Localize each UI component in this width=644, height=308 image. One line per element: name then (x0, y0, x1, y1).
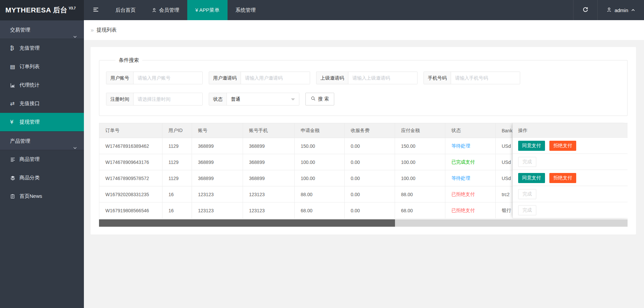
sidebar-item-2[interactable]: ₿充值管理 (0, 39, 84, 57)
sidebar-item-6[interactable]: ¥提现管理 (0, 113, 84, 131)
nav-item-label: ¥ APP菜单 (195, 7, 219, 13)
cell: W174678909578572 (99, 170, 162, 186)
breadcrumb-chevrons-icon: » (91, 27, 94, 34)
status-filter-group: 状态 普通 (209, 93, 299, 105)
sidebar-item-9[interactable]: 商品分类 (0, 169, 84, 187)
cell: 123123 (243, 203, 295, 219)
main-content: » 提现列表 条件搜索 用户账号用户邀请码上级邀请码手机号码 注册时间 状态 普… (84, 20, 644, 308)
user-icon (152, 8, 157, 13)
sidebar-item-4[interactable]: 代理统计 (0, 76, 84, 94)
horizontal-scrollbar-track[interactable] (99, 219, 628, 227)
field-input-4[interactable] (451, 72, 520, 84)
nav-item-2[interactable]: 会员管理 (144, 0, 187, 20)
sidebar-section-7[interactable]: 产品管理 (0, 131, 84, 150)
search-row-2: 注册时间 状态 普通 搜 索 (106, 93, 621, 105)
cell: 150.00 (395, 138, 445, 154)
cell: 0.00 (345, 186, 395, 203)
cell: 68.00 (395, 203, 445, 219)
cell: 0.00 (345, 138, 395, 154)
menu-toggle-button[interactable] (84, 0, 107, 20)
sidebar: 交易管理₿充值管理▤订单列表代理统计⇄充值接口¥提现管理产品管理商品管理商品分类… (0, 20, 84, 308)
search-button[interactable]: 搜 索 (305, 93, 334, 105)
cell: 0.00 (345, 170, 395, 186)
column-header-2: 用户ID (162, 123, 192, 138)
chevron-up-icon (631, 8, 635, 13)
field-input-1[interactable] (134, 72, 202, 84)
sidebar-item-label: 充值管理 (19, 45, 40, 51)
done-button: 完成 (518, 205, 536, 215)
nav-item-label: 会员管理 (159, 7, 179, 13)
nav-item-1[interactable]: 后台首页 (107, 0, 144, 20)
news-icon (10, 194, 17, 199)
user-name: admin (614, 7, 628, 13)
column-header-4: 账号手机 (243, 123, 295, 138)
field-label: 用户账号 (106, 72, 134, 84)
cell: 368899 (192, 170, 243, 186)
field-input-2[interactable] (241, 72, 310, 84)
cell: 68.00 (295, 203, 345, 219)
app-title: MYTHERESA 后台 (5, 5, 67, 15)
cell-status: 等待处理 (445, 170, 496, 186)
reject-button[interactable]: 拒绝支付 (549, 141, 576, 151)
status-badge: 等待处理 (451, 175, 470, 181)
search-field-group-2: 用户邀请码 (209, 72, 310, 84)
field-input-5[interactable] (134, 93, 202, 105)
withdraw-table: 订单号用户ID账号账号手机申请金额收服务费应付金额状态Bank W1746789… (99, 123, 628, 227)
status-filter-label: 状态 (209, 93, 227, 105)
yen-icon: ¥ (10, 120, 17, 125)
search-button-label: 搜 索 (318, 96, 329, 102)
sidebar-item-label: 提现管理 (19, 119, 40, 125)
field-label: 手机号码 (424, 72, 451, 84)
search-panel-legend: 条件搜索 (115, 57, 142, 63)
search-field-group-1: 用户账号 (106, 72, 203, 84)
sidebar-item-3[interactable]: ▤订单列表 (0, 57, 84, 76)
cell: 368899 (243, 154, 295, 170)
chevron-down-icon (73, 139, 77, 158)
app-version: V3.7 (69, 6, 76, 10)
cell: 368899 (192, 154, 243, 170)
cell: 100.00 (295, 170, 345, 186)
agree-button[interactable]: 同意支付 (518, 141, 545, 151)
field-label: 注册时间 (106, 93, 134, 105)
nav-item-4[interactable]: 系统管理 (228, 0, 264, 20)
order-list-icon: ▤ (10, 64, 17, 70)
nav-item-3[interactable]: ¥ APP菜单 (187, 0, 228, 20)
horizontal-scrollbar-thumb[interactable] (99, 219, 395, 227)
cell: 150.00 (295, 138, 345, 154)
align-left-icon (10, 157, 17, 162)
cell: 16 (162, 203, 192, 219)
cell: 1129 (162, 170, 192, 186)
nav-item-label: 后台首页 (115, 7, 136, 13)
search-field-group-5: 注册时间 (106, 93, 203, 105)
layers-icon (10, 175, 17, 181)
cell: W174678916389462 (99, 138, 162, 154)
reject-button[interactable]: 拒绝支付 (549, 173, 576, 183)
column-header-6: 收服务费 (345, 123, 395, 138)
sidebar-item-label: 首页News (19, 193, 42, 200)
topbar-right: admin (573, 0, 644, 20)
user-icon (606, 7, 612, 13)
refresh-button[interactable] (573, 0, 598, 20)
sidebar-item-5[interactable]: ⇄充值接口 (0, 94, 84, 113)
fixed-action-column: 操作 同意支付拒绝支付完成同意支付拒绝支付完成完成 (512, 123, 628, 218)
cell-status: 等待处理 (445, 138, 496, 154)
cell: 1129 (162, 138, 192, 154)
action-column-header: 操作 (513, 123, 628, 138)
agree-button[interactable]: 同意支付 (518, 173, 545, 183)
cell: W167920208331235 (99, 186, 162, 203)
status-select[interactable]: 普通 (227, 93, 299, 105)
cell: 123123 (243, 186, 295, 203)
sidebar-section-1[interactable]: 交易管理 (0, 20, 84, 39)
done-button: 完成 (518, 157, 536, 167)
date-field-slot: 注册时间 (106, 93, 203, 105)
field-label: 用户邀请码 (209, 72, 241, 84)
sidebar-item-8[interactable]: 商品管理 (0, 150, 84, 169)
sidebar-item-label: 商品分类 (19, 175, 40, 181)
search-icon (311, 96, 316, 102)
column-header-5: 申请金额 (295, 123, 345, 138)
sidebar-item-10[interactable]: 首页News (0, 187, 84, 206)
search-panel: 条件搜索 用户账号用户邀请码上级邀请码手机号码 注册时间 状态 普通 搜 索 (99, 57, 628, 116)
cell: 100.00 (395, 170, 445, 186)
user-menu[interactable]: admin (598, 0, 644, 20)
field-input-3[interactable] (348, 72, 417, 84)
